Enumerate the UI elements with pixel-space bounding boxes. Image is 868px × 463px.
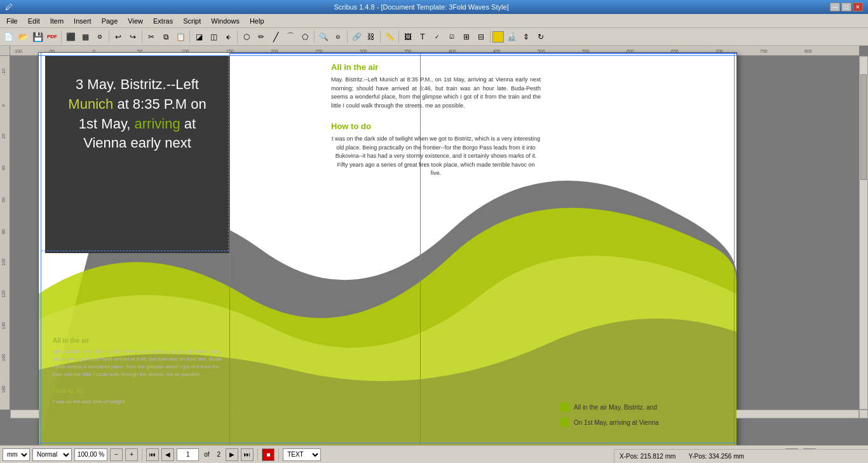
menu-insert[interactable]: Insert — [69, 14, 97, 27]
zoom-out-status[interactable]: − — [110, 448, 123, 461]
svg-text:750: 750 — [760, 49, 768, 53]
svg-text:20: 20 — [1, 134, 6, 139]
section2-title: How to do — [331, 121, 541, 131]
vscroll-thumb[interactable] — [860, 74, 867, 180]
separator-7 — [347, 31, 348, 43]
tb-color-rect[interactable] — [492, 31, 504, 43]
section1-body: May. Bistritz.--Left Munich at 8:35 P.M.… — [331, 76, 541, 110]
tb-shapes[interactable]: ⬡ — [240, 30, 254, 44]
menu-extras[interactable]: Extras — [148, 14, 178, 27]
menubar: File Edit Item Insert Page View Extras S… — [0, 14, 868, 28]
hscroll-thumb[interactable] — [265, 411, 604, 417]
menu-file[interactable]: File — [1, 14, 23, 27]
tb-btn-5[interactable]: ⬛ — [64, 30, 78, 44]
menu-page[interactable]: Page — [97, 14, 123, 27]
panel-text-munich: Munich — [68, 96, 113, 112]
separator-8 — [380, 31, 381, 43]
first-page-button[interactable]: ⏮ — [146, 448, 159, 461]
separator-4 — [189, 31, 190, 43]
tb-extra-1[interactable]: ◪ — [192, 30, 206, 44]
tb-extra-3[interactable]: ⬖ — [221, 30, 235, 44]
separator-10 — [490, 31, 491, 43]
tb-extra-2[interactable]: ◫ — [207, 30, 220, 44]
preflight-button[interactable]: ⚙ — [93, 30, 107, 44]
bottom-section2-body: t was on the dark side of twilight — [53, 398, 224, 406]
last-page-button[interactable]: ⏭ — [241, 448, 254, 461]
bottom-section1-title: All in the air — [53, 336, 224, 345]
mode-type-select[interactable]: TEXT EDIT — [283, 448, 321, 461]
pdf-button[interactable]: PDF — [45, 30, 59, 44]
tb-render[interactable]: ✓ — [430, 30, 444, 44]
close-button[interactable]: ✕ — [853, 3, 863, 11]
bottom-left-content: All in the air May. Bistritz.--Left Muni… — [46, 329, 231, 412]
sep-status-3 — [278, 448, 279, 461]
tb-image[interactable]: 🖼 — [401, 30, 415, 44]
tb-rotate[interactable]: ↻ — [534, 30, 548, 44]
right-top-content: All in the air May. Bistritz.--Left Muni… — [331, 62, 541, 178]
svg-text:-10: -10 — [1, 69, 6, 75]
tb-eyedrop[interactable]: 🔬 — [505, 30, 519, 44]
panel-text-line3: at 8:35 P.M on — [117, 96, 206, 112]
legend-item-1: All in the air May. Bistritz. and — [560, 403, 659, 411]
svg-text:120: 120 — [1, 290, 6, 298]
zoom-out-button[interactable]: ⊖ — [331, 30, 345, 44]
svg-text:80: 80 — [1, 229, 6, 234]
page-input[interactable] — [177, 448, 199, 461]
cut-button[interactable]: ✂ — [144, 30, 158, 44]
sep-status — [142, 448, 142, 461]
tb-check[interactable]: ☑ — [445, 30, 459, 44]
open-button[interactable]: 📂 — [16, 30, 30, 44]
left-panel-text: 3 May. Bistritz.--Left Munich at 8:35 P.… — [45, 56, 229, 166]
undo-button[interactable]: ↩ — [111, 30, 125, 44]
menu-view[interactable]: View — [123, 14, 148, 27]
scroll-corner — [859, 410, 868, 418]
zoom-in-status[interactable]: + — [125, 448, 138, 461]
unit-select[interactable]: mm in pt — [3, 448, 30, 461]
page-of: of — [201, 451, 212, 458]
maximize-button[interactable]: □ — [841, 3, 851, 11]
mode-select[interactable]: Normal Preview — [32, 448, 72, 461]
guide-right — [734, 53, 735, 445]
menu-script[interactable]: Script — [178, 14, 206, 27]
xpos-display: X-Pos: 215.812 mm — [620, 453, 675, 460]
vscrollbar[interactable] — [859, 56, 868, 410]
zoom-in-button[interactable]: 🔍 — [316, 30, 330, 44]
legend-label-2: On 1st May, arriving at Vienna — [574, 419, 659, 426]
legend-label-1: All in the air May. Bistritz. and — [574, 404, 657, 411]
tb-btn-6[interactable]: ▦ — [78, 30, 92, 44]
new-button[interactable]: 📄 — [1, 30, 15, 44]
legend-square-2 — [560, 418, 569, 427]
redo-button[interactable]: ↪ — [126, 30, 140, 44]
tb-arrows[interactable]: ⇕ — [519, 30, 533, 44]
tb-measure[interactable]: 📏 — [383, 30, 397, 44]
tb-unlink[interactable]: ⛓ — [364, 30, 378, 44]
menu-windows[interactable]: Windows — [206, 14, 245, 27]
paste-button[interactable]: 📋 — [173, 30, 187, 44]
menu-edit[interactable]: Edit — [23, 14, 45, 27]
page-total: 2 — [215, 451, 224, 458]
tb-pen[interactable]: ✏ — [254, 30, 268, 44]
position-bar: X-Pos: 215.812 mm Y-Pos: 334.256 mm — [614, 449, 868, 463]
next-page-button[interactable]: ▶ — [226, 448, 238, 461]
copy-button[interactable]: ⧉ — [159, 30, 173, 44]
app-icon: 🖊 — [5, 3, 13, 11]
save-button[interactable]: 💾 — [31, 30, 44, 44]
tb-curve[interactable]: ⌒ — [283, 30, 297, 44]
section1-title: All in the air — [331, 62, 541, 72]
tb-line[interactable]: ╱ — [269, 30, 283, 44]
menu-item[interactable]: Item — [45, 14, 69, 27]
tb-link[interactable]: 🔗 — [349, 30, 363, 44]
menu-help[interactable]: Help — [245, 14, 269, 27]
zoom-display: 100,00 % — [74, 448, 107, 461]
tb-table[interactable]: ⊞ — [459, 30, 473, 44]
minimize-button[interactable]: — — [830, 3, 840, 11]
svg-text:40: 40 — [1, 165, 6, 170]
prev-page-button[interactable]: ◀ — [161, 448, 174, 461]
ypos-display: Y-Pos: 334.256 mm — [688, 453, 743, 460]
stop-button[interactable]: ■ — [262, 448, 275, 461]
tb-poly[interactable]: ⬠ — [298, 30, 312, 44]
titlebar: 🖊 Scribus 1.4.8 - [Document Template: 3F… — [0, 0, 868, 14]
tb-table2[interactable]: ⊟ — [474, 30, 488, 44]
tb-text-frame[interactable]: T — [416, 30, 430, 44]
titlebar-title: Scribus 1.4.8 - [Document Template: 3Fol… — [13, 3, 830, 11]
